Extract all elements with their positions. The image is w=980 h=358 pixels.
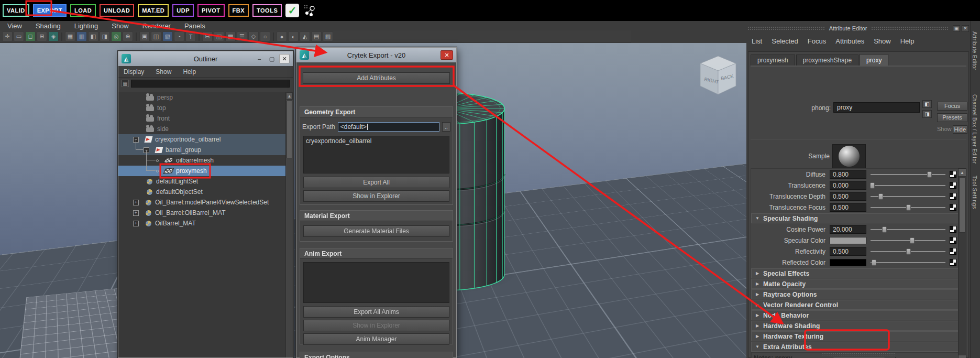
section-vector-renderer[interactable]: ▶Vector Renderer Control xyxy=(751,300,959,310)
browse-button[interactable]: .. xyxy=(442,122,450,132)
attribute-slider[interactable] xyxy=(871,237,945,244)
tree-item-persp[interactable]: persp xyxy=(118,92,285,103)
material-sample-swatch[interactable] xyxy=(832,144,866,168)
slider-handle[interactable] xyxy=(927,171,932,178)
node-network-icon[interactable] xyxy=(303,4,316,17)
toolbar-icon[interactable]: ◻ xyxy=(25,31,36,41)
toolbar-icon[interactable]: ✛ xyxy=(2,31,13,41)
export-all-button[interactable]: Export All xyxy=(303,177,449,188)
shelf-button-unload[interactable]: UNLOAD xyxy=(100,4,134,17)
toolbar-icon[interactable]: ● xyxy=(277,31,287,41)
attribute-value-field[interactable]: 0.800 xyxy=(830,170,866,179)
attribute-value-field[interactable]: 0.500 xyxy=(830,203,866,212)
texture-map-button[interactable] xyxy=(950,237,956,244)
scroll-up-icon[interactable]: ▲ xyxy=(286,92,293,100)
attribute-slider[interactable] xyxy=(871,259,945,266)
expand-icon[interactable]: + xyxy=(133,221,139,226)
toolbar-icon[interactable]: ▩ xyxy=(225,31,236,41)
tree-item-defaultobjectset[interactable]: defaultObjectSet xyxy=(118,187,285,197)
output-connection-icon[interactable]: ◨ xyxy=(922,110,932,118)
tab-tool-settings[interactable]: Tool Settings xyxy=(972,176,977,209)
toolbar-icon[interactable]: ◧ xyxy=(88,31,98,41)
attribute-value-field[interactable]: 0.000 xyxy=(830,181,866,190)
crytek-titlebar[interactable]: ◭ Crytek Export - v20 ✕ xyxy=(296,48,456,62)
toolbar-icon[interactable]: ◫ xyxy=(151,31,161,41)
attribute-value-field[interactable]: 0.500 xyxy=(830,247,866,256)
expand-icon[interactable]: + xyxy=(133,200,139,205)
attribute-slider[interactable] xyxy=(871,171,945,178)
material-name-field[interactable]: proxy xyxy=(833,102,920,113)
menu-help[interactable]: Help xyxy=(183,68,196,75)
slider-handle[interactable] xyxy=(882,226,887,233)
minimize-icon[interactable]: – xyxy=(254,54,265,63)
outliner-titlebar[interactable]: ◭ Outliner – ▢ ✕ xyxy=(118,51,293,66)
toolbar-icon[interactable]: ◐ xyxy=(288,31,299,41)
shelf-button-export[interactable]: EXPORT xyxy=(33,4,67,17)
toolbar-icon[interactable]: ▥ xyxy=(76,31,87,41)
texture-map-button[interactable] xyxy=(950,171,956,178)
shelf-button-fbx[interactable]: FBX xyxy=(228,4,249,17)
menu-view[interactable]: View xyxy=(7,22,22,30)
menu-display[interactable]: Display xyxy=(124,68,144,75)
close-icon[interactable]: ✕ xyxy=(441,50,453,60)
ae-scrollbar[interactable]: ▲ ▲ ▼ xyxy=(958,168,966,358)
slider-handle[interactable] xyxy=(870,182,875,189)
menu-selected[interactable]: Selected xyxy=(772,37,798,45)
shelf-button-tools[interactable]: TOOLS xyxy=(252,4,282,17)
slider-handle[interactable] xyxy=(906,204,911,211)
generate-material-files-button[interactable]: Generate Material Files xyxy=(303,225,449,237)
scroll-up-icon[interactable]: ▲ xyxy=(959,169,966,177)
section-matte-opacity[interactable]: ▶Matte Opacity xyxy=(751,279,959,289)
filter-icon[interactable]: ▦ xyxy=(122,80,129,87)
validate-check-icon[interactable]: ✓ xyxy=(285,4,299,17)
menu-attributes[interactable]: Attributes xyxy=(835,37,864,45)
attribute-slider[interactable] xyxy=(871,204,945,211)
tree-item-proxymesh[interactable]: proxymesh xyxy=(118,166,285,176)
toolbar-icon[interactable]: ○ xyxy=(260,31,270,41)
outliner-scrollbar[interactable]: ▲ xyxy=(285,92,293,357)
tab-attribute-editor[interactable]: Attribute Editor xyxy=(972,31,977,70)
shelf-button-udp[interactable]: UDP xyxy=(172,4,194,17)
slider-handle[interactable] xyxy=(910,237,915,244)
toolbar-icon[interactable]: ▭ xyxy=(14,31,24,41)
shelf-button-mated[interactable]: MAT.ED xyxy=(138,4,169,17)
presets-button[interactable]: Presets xyxy=(937,113,967,122)
attribute-slider[interactable] xyxy=(871,193,945,200)
hide-button[interactable]: Hide xyxy=(953,125,967,134)
toolbar-icon[interactable]: ☰ xyxy=(237,31,247,41)
toolbar-icon[interactable]: ⊕ xyxy=(123,31,133,41)
toolbar-icon[interactable]: T xyxy=(185,31,196,41)
toolbar-icon[interactable]: ◔ xyxy=(174,31,184,41)
section-hardware-shading[interactable]: ▶Hardware Shading xyxy=(751,321,959,331)
tab-channel-box[interactable]: Channel Box / Layer Editor xyxy=(972,94,977,164)
toolbar-icon[interactable]: ▣ xyxy=(139,31,150,41)
toolbar-icon[interactable]: ⊟ xyxy=(202,31,213,41)
scrollbar-thumb[interactable] xyxy=(287,101,292,158)
color-swatch[interactable] xyxy=(830,259,866,266)
tab-proxymeshshape[interactable]: proxymeshShape xyxy=(796,55,858,66)
close-panel-icon[interactable]: ✕ xyxy=(962,25,969,32)
anim-list[interactable] xyxy=(303,262,449,303)
show-in-explorer-button[interactable]: Show in Explorer xyxy=(303,190,449,202)
tree-item-oilbarrel-mat[interactable]: +OilBarrel_MAT xyxy=(118,218,285,229)
tab-proxymesh[interactable]: proxymesh xyxy=(751,55,795,66)
tree-item-cryexportnode[interactable]: −cryexportnode_oilbarrel xyxy=(118,134,285,145)
tree-item-barrel-group[interactable]: −barrel_group xyxy=(118,145,285,155)
export-node-item[interactable]: cryexportnode_oilbarrel xyxy=(306,137,447,145)
tree-item-viewselectedset[interactable]: +Oil_Barrel:modelPanel4ViewSelectedSet xyxy=(118,197,285,208)
scrollbar-thumb[interactable] xyxy=(959,178,965,233)
export-path-input[interactable]: <default> xyxy=(338,122,439,132)
menu-help[interactable]: Help xyxy=(900,37,915,45)
scroll-up-icon[interactable]: ▲ xyxy=(959,355,966,358)
toolbar-icon[interactable]: ▦ xyxy=(65,31,75,41)
focus-button[interactable]: Focus xyxy=(937,102,967,111)
menu-panels[interactable]: Panels xyxy=(184,22,205,30)
color-swatch[interactable] xyxy=(830,237,866,244)
section-special-effects[interactable]: ▶Special Effects xyxy=(751,268,959,278)
slider-handle[interactable] xyxy=(872,259,876,266)
texture-map-button[interactable] xyxy=(950,182,956,189)
texture-map-button[interactable] xyxy=(950,248,956,255)
input-connection-icon[interactable]: ◧ xyxy=(922,100,932,108)
menu-shading[interactable]: Shading xyxy=(36,22,61,30)
section-specular-shading[interactable]: ▼ Specular Shading xyxy=(751,213,959,223)
